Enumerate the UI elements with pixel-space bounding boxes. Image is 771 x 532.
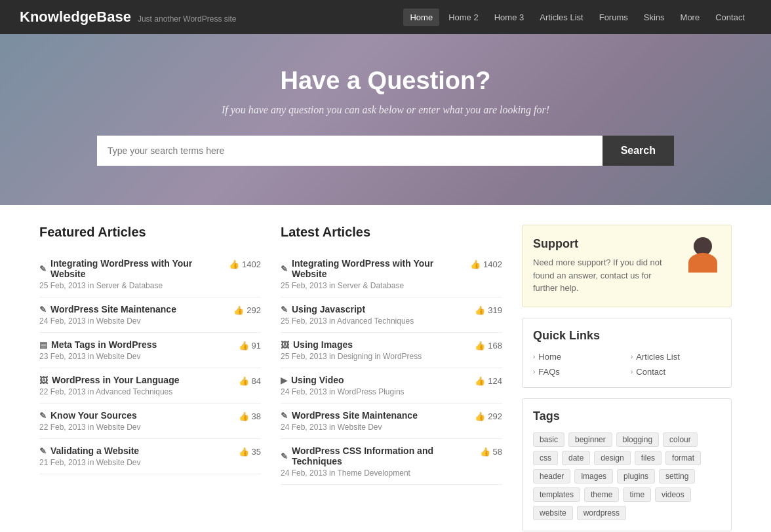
tag[interactable]: beginner (568, 432, 612, 447)
article-link[interactable]: 🖼 Using Images (281, 339, 467, 350)
article-item: ✎ WordPress Site Maintenance 24 Feb, 201… (281, 404, 502, 439)
article-meta: 25 Feb, 2013 in Advanced Techniques (281, 316, 467, 326)
tag[interactable]: plugins (617, 469, 655, 484)
article-link[interactable]: 🖼 WordPress in Your Language (39, 375, 231, 385)
hero-subtitle: If you have any question you can ask bel… (13, 104, 758, 116)
tag[interactable]: theme (584, 487, 619, 502)
tag[interactable]: date (562, 451, 590, 465)
article-link[interactable]: ✎ Using Javascript (281, 304, 467, 314)
thumbs-up-icon: 👍 (475, 411, 485, 421)
vote-count: 84 (252, 376, 261, 386)
tags-box: Tags basicbeginnerbloggingcolourcssdated… (522, 398, 732, 531)
vote-count: 38 (252, 411, 261, 421)
article-votes: 👍 292 (467, 410, 502, 421)
article-meta: 25 Feb, 2013 in Designing in WordPress (281, 352, 467, 361)
featured-title: Featured Articles (39, 225, 261, 240)
tag[interactable]: website (533, 506, 573, 520)
nav-home2[interactable]: Home 2 (442, 9, 485, 26)
article-meta: 24 Feb, 2013 in Theme Development (281, 468, 472, 478)
quick-link-home[interactable]: › Home (533, 352, 623, 362)
article-link[interactable]: ▶ Using Video (281, 375, 467, 385)
article-votes: 👍 58 (472, 446, 502, 457)
featured-articles-col: Featured Articles ✎ Integrating WordPres… (39, 225, 261, 531)
quick-links-grid: › Home › Articles List › FAQs › Contact (533, 352, 721, 377)
thumbs-up-icon: 👍 (229, 259, 239, 269)
thumbs-up-icon: 👍 (239, 447, 249, 457)
article-info: ✎ WordPress Site Maintenance 24 Feb, 201… (281, 410, 467, 432)
quick-link-faqs[interactable]: › FAQs (533, 367, 623, 377)
article-item: ✎ Validating a Website 21 Feb, 2013 in W… (39, 439, 261, 474)
nav-contact[interactable]: Contact (709, 9, 751, 26)
vote-count: 292 (488, 411, 502, 421)
article-type-icon: ✎ (281, 411, 288, 421)
article-meta: 23 Feb, 2013 in Website Dev (39, 352, 231, 361)
quick-links-box: Quick Links › Home › Articles List › FAQ… (522, 318, 732, 388)
article-item: 🖼 Using Images 25 Feb, 2013 in Designing… (281, 333, 502, 368)
main-content: Featured Articles ✎ Integrating WordPres… (20, 205, 751, 532)
nav-home3[interactable]: Home 3 (488, 9, 531, 26)
article-link[interactable]: ✎ Integrating WordPress with Your Websit… (39, 258, 221, 279)
tag[interactable]: time (623, 487, 651, 502)
tag[interactable]: basic (533, 432, 564, 447)
article-type-icon: 🖼 (39, 375, 48, 385)
article-type-icon: ▶ (281, 375, 287, 385)
tag[interactable]: colour (663, 432, 698, 447)
vote-count: 168 (488, 341, 502, 351)
article-meta: 22 Feb, 2013 in Advanced Techniques (39, 387, 231, 396)
article-link[interactable]: ✎ WordPress Site Maintenance (281, 410, 467, 421)
article-item: ✎ Integrating WordPress with Your Websit… (39, 252, 261, 297)
tag[interactable]: format (665, 451, 701, 465)
tag[interactable]: blogging (616, 432, 659, 447)
site-logo: KnowledgeBase (20, 9, 131, 26)
tag[interactable]: files (635, 451, 662, 465)
article-meta: 25 Feb, 2013 in Server & Database (39, 281, 221, 290)
article-votes: 👍 35 (231, 446, 261, 457)
vote-count: 35 (252, 447, 261, 457)
site-tagline: Just another WordPress site (138, 14, 237, 24)
article-type-icon: ✎ (281, 305, 288, 314)
tag[interactable]: design (594, 451, 630, 465)
thumbs-up-icon: 👍 (239, 376, 249, 386)
article-link[interactable]: ▤ Meta Tags in WordPress (39, 339, 231, 350)
tag[interactable]: videos (655, 487, 691, 502)
vote-count: 1402 (242, 259, 261, 269)
tag[interactable]: setting (659, 469, 695, 484)
article-info: ✎ Integrating WordPress with Your Websit… (281, 258, 462, 290)
tag[interactable]: templates (533, 487, 580, 502)
article-meta: 24 Feb, 2013 in Website Dev (281, 423, 467, 432)
tags-title: Tags (533, 409, 721, 423)
article-link[interactable]: ✎ Integrating WordPress with Your Websit… (281, 258, 462, 279)
tag[interactable]: header (533, 469, 570, 484)
article-item: 🖼 WordPress in Your Language 22 Feb, 201… (39, 368, 261, 404)
article-info: 🖼 WordPress in Your Language 22 Feb, 201… (39, 375, 231, 396)
search-button[interactable]: Search (603, 136, 674, 166)
latest-list: ✎ Integrating WordPress with Your Websit… (281, 252, 502, 485)
article-title: WordPress Site Maintenance (292, 410, 418, 421)
article-link[interactable]: ✎ WordPress Site Maintenance (39, 304, 226, 314)
tag[interactable]: css (533, 451, 558, 465)
article-info: ✎ Using Javascript 25 Feb, 2013 in Advan… (281, 304, 467, 326)
article-link[interactable]: ✎ Validating a Website (39, 446, 231, 456)
tag[interactable]: wordpress (577, 506, 626, 520)
vote-count: 1402 (483, 259, 502, 269)
support-text: Support Need more support? If you did no… (533, 237, 677, 295)
article-link[interactable]: ✎ WordPress CSS Information and Techniqu… (281, 446, 472, 466)
article-title: Using Images (293, 339, 353, 350)
quick-link-articles[interactable]: › Articles List (631, 352, 721, 362)
article-type-icon: ✎ (39, 446, 47, 456)
article-votes: 👍 319 (467, 304, 502, 315)
quick-link-contact[interactable]: › Contact (631, 367, 721, 377)
tag[interactable]: images (574, 469, 613, 484)
nav-home[interactable]: Home (403, 9, 439, 26)
avatar-body (688, 253, 717, 273)
article-info: ✎ Integrating WordPress with Your Websit… (39, 258, 221, 290)
nav-articles-list[interactable]: Articles List (533, 9, 589, 26)
nav-forums[interactable]: Forums (593, 9, 635, 26)
article-link[interactable]: ✎ Know Your Sources (39, 410, 231, 421)
nav-more[interactable]: More (674, 9, 707, 26)
article-info: ✎ Validating a Website 21 Feb, 2013 in W… (39, 446, 231, 467)
article-info: ✎ WordPress Site Maintenance 24 Feb, 201… (39, 304, 226, 326)
search-input[interactable] (97, 136, 603, 166)
nav-skins[interactable]: Skins (637, 9, 671, 26)
article-title: Using Javascript (292, 304, 365, 314)
